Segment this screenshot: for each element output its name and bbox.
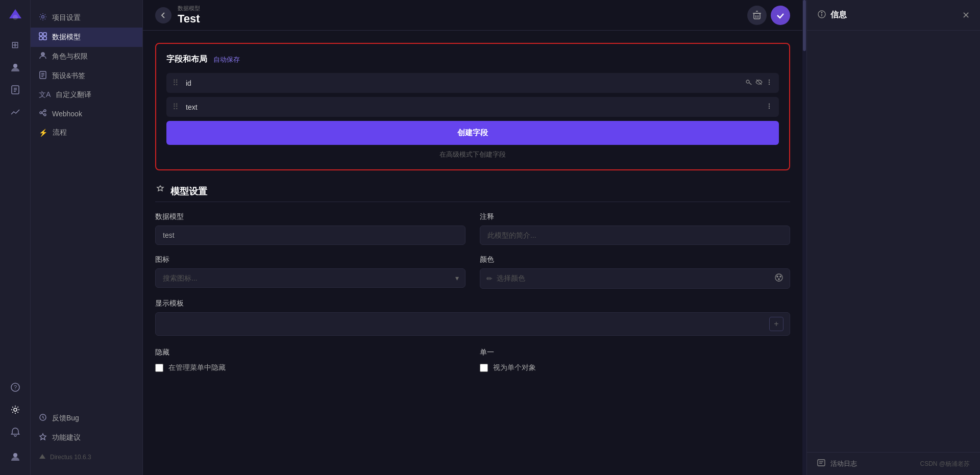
collections-icon[interactable]: ⊞ (5, 35, 26, 55)
user-avatar-icon[interactable] (5, 446, 26, 467)
svg-rect-13 (43, 33, 46, 36)
svg-point-9 (14, 408, 17, 411)
template-input-wrapper[interactable]: + (155, 312, 790, 336)
page-breadcrumb-title: 数据模型 Test (178, 5, 200, 26)
users-icon[interactable] (5, 57, 26, 78)
sidebar-item-project-settings[interactable]: 项目设置 (31, 8, 142, 28)
svg-point-20 (44, 110, 46, 112)
sidebar: 项目设置 数据模型 角色与权限 预设&书签 文A 自定义翻译 Webhook ⚡… (31, 0, 143, 475)
svg-marker-23 (40, 434, 46, 440)
drag-handle-id[interactable]: ⠿ (173, 78, 179, 88)
fields-header: 字段和布局 自动保存 (166, 54, 779, 65)
icon-label: 图标 (155, 255, 465, 264)
svg-point-21 (44, 114, 46, 116)
autosave-badge[interactable]: 自动保存 (213, 55, 240, 64)
fields-section-title: 字段和布局 (166, 54, 207, 65)
svg-point-32 (769, 106, 770, 107)
field-row-id[interactable]: ⠿ id (166, 73, 779, 93)
sidebar-item-roles[interactable]: 角色与权限 (31, 47, 142, 66)
model-settings-section: 模型设置 数据模型 注释 图标 搜索图标. (155, 185, 790, 372)
sidebar-item-flows[interactable]: ⚡ 流程 (31, 123, 142, 142)
svg-rect-12 (39, 33, 42, 36)
right-panel-close-button[interactable]: ✕ (962, 10, 970, 21)
svg-point-34 (775, 274, 782, 281)
help-icon[interactable]: ? (5, 377, 26, 397)
field-icons-id (745, 79, 773, 87)
delete-button[interactable] (747, 6, 767, 25)
sidebar-label-roles: 角色与权限 (52, 52, 88, 61)
icon-select[interactable]: 搜索图标... (156, 269, 465, 287)
right-panel-footer: 活动日志 CSDN @杨浦老苏 (807, 452, 980, 475)
sidebar-item-presets[interactable]: 预设&书签 (31, 66, 142, 86)
settings-icon[interactable] (5, 399, 26, 420)
header-actions (747, 6, 790, 25)
sidebar-label-translations: 自定义翻译 (56, 90, 91, 99)
confirm-button[interactable] (771, 6, 790, 25)
content-area[interactable]: 字段和布局 自动保存 ⠿ id (143, 31, 802, 475)
right-panel-title: 信息 (830, 10, 847, 20)
csdn-label: CSDN @杨浦老苏 (920, 460, 970, 468)
main-content: 数据模型 Test 字段和布局 自动保存 ⠿ id (143, 0, 802, 475)
color-placeholder: 选择颜色 (497, 274, 770, 283)
treat-as-single-checkbox[interactable] (480, 364, 488, 372)
treat-as-single-label[interactable]: 视为单个对象 (493, 363, 536, 372)
field-row-text[interactable]: ⠿ text (166, 97, 779, 117)
model-settings-title: 模型设置 (170, 185, 207, 197)
more-options-icon-text[interactable] (766, 103, 773, 111)
data-model-label: 数据模型 (155, 212, 465, 221)
color-input-wrapper[interactable]: ✏ 选择颜色 (480, 268, 790, 289)
svg-text:?: ? (14, 384, 17, 390)
advanced-mode-hint: 在高级模式下创建字段 (166, 150, 779, 159)
palette-icon[interactable] (774, 273, 783, 284)
fields-layout-section: 字段和布局 自动保存 ⠿ id (155, 43, 790, 170)
drag-handle-text[interactable]: ⠿ (173, 102, 179, 112)
webhook-icon (39, 109, 47, 119)
hidden-label-header: 隐藏 (155, 348, 465, 357)
template-add-button[interactable]: + (769, 317, 783, 331)
right-panel: 信息 ✕ 活动日志 CSDN @杨浦老苏 (806, 0, 980, 475)
model-settings-icon (155, 185, 165, 197)
display-template-label: 显示模板 (155, 299, 790, 308)
sidebar-version: Directus 10.6.3 (31, 447, 142, 467)
sidebar-label-project-settings: 项目设置 (52, 13, 81, 22)
svg-point-30 (769, 84, 770, 85)
notes-input[interactable] (480, 226, 790, 245)
sidebar-item-data-model[interactable]: 数据模型 (31, 28, 142, 47)
create-field-button[interactable]: 创建字段 (166, 121, 779, 145)
right-panel-header: 信息 ✕ (807, 0, 980, 31)
more-options-icon-id[interactable] (766, 79, 773, 87)
back-button[interactable] (155, 7, 172, 23)
color-label: 颜色 (480, 255, 790, 264)
svg-point-10 (13, 453, 17, 457)
hide-in-menu-label[interactable]: 在管理菜单中隐藏 (168, 363, 226, 372)
hidden-checkbox-row[interactable]: 在管理菜单中隐藏 (155, 363, 465, 372)
eye-off-icon[interactable] (755, 79, 763, 87)
scrollbar-thumb (803, 0, 806, 51)
icon-select-wrapper[interactable]: 搜索图标... ▾ (155, 268, 465, 288)
data-model-input[interactable] (155, 226, 465, 245)
pencil-icon: ✏ (486, 274, 493, 283)
sidebar-item-webhook[interactable]: Webhook (31, 104, 142, 123)
hidden-checkbox-group: 隐藏 在管理菜单中隐藏 (155, 348, 465, 372)
notifications-icon[interactable] (5, 422, 26, 442)
single-checkbox-row[interactable]: 视为单个对象 (480, 363, 790, 372)
page-title: Test (178, 12, 200, 26)
insights-icon[interactable] (5, 102, 26, 122)
single-label-header: 单一 (480, 348, 790, 357)
files-icon[interactable] (5, 80, 26, 100)
sidebar-item-translations[interactable]: 文A 自定义翻译 (31, 86, 142, 104)
svg-point-40 (821, 12, 822, 13)
panel-scrollbar[interactable] (802, 0, 806, 475)
sidebar-item-feature[interactable]: 功能建议 (31, 428, 142, 447)
section-header-model-settings: 模型设置 (155, 185, 790, 202)
roles-icon (39, 52, 47, 62)
hide-in-menu-checkbox[interactable] (155, 364, 163, 372)
feature-icon (39, 433, 47, 443)
form-group-data-model: 数据模型 (155, 212, 465, 245)
svg-rect-41 (818, 460, 825, 466)
svg-point-2 (13, 64, 17, 68)
sidebar-item-feedback[interactable]: 反馈Bug (31, 409, 142, 428)
svg-point-36 (780, 276, 781, 277)
svg-point-33 (769, 108, 770, 109)
app-logo[interactable] (6, 6, 24, 24)
